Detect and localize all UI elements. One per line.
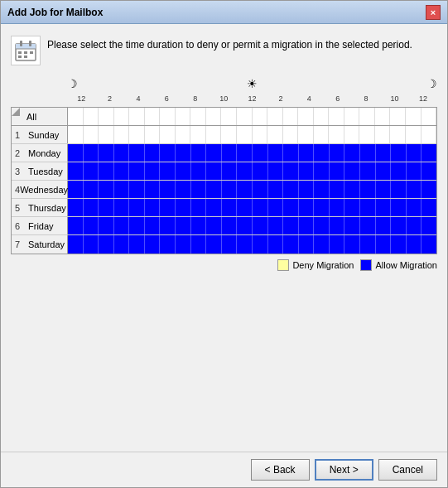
schedule-cell[interactable] — [237, 181, 253, 198]
schedule-cell[interactable] — [407, 162, 422, 180]
schedule-cell[interactable] — [129, 144, 145, 162]
all-cell[interactable] — [190, 108, 206, 125]
schedule-cell[interactable] — [376, 144, 392, 162]
schedule-cell[interactable] — [129, 235, 145, 254]
schedule-cell[interactable] — [283, 126, 299, 143]
schedule-cell[interactable] — [299, 235, 315, 254]
next-button[interactable]: Next > — [315, 459, 373, 481]
all-cell[interactable] — [68, 108, 84, 125]
schedule-cell[interactable] — [145, 235, 161, 254]
schedule-cell[interactable] — [376, 181, 392, 198]
schedule-cell[interactable] — [84, 126, 99, 143]
schedule-cell[interactable] — [114, 235, 130, 254]
schedule-cell[interactable] — [68, 199, 84, 216]
all-cell[interactable] — [359, 108, 375, 125]
schedule-cell[interactable] — [268, 144, 284, 162]
schedule-cell[interactable] — [391, 235, 407, 254]
all-cell[interactable] — [129, 108, 145, 125]
day-row[interactable]: 5Thursday — [12, 199, 436, 217]
schedule-cell[interactable] — [206, 181, 222, 198]
select-all-triangle[interactable] — [12, 108, 20, 116]
schedule-cell[interactable] — [407, 235, 422, 254]
day-row[interactable]: 6Friday — [12, 217, 436, 235]
schedule-cell[interactable] — [407, 144, 422, 162]
schedule-cell[interactable] — [299, 144, 315, 162]
schedule-cell[interactable] — [283, 217, 299, 234]
schedule-cell[interactable] — [298, 126, 314, 143]
schedule-cell[interactable] — [314, 144, 330, 162]
schedule-cell[interactable] — [176, 217, 191, 234]
schedule-cell[interactable] — [253, 235, 268, 254]
schedule-cell[interactable] — [407, 199, 422, 216]
schedule-cell[interactable] — [145, 217, 161, 234]
all-cell[interactable] — [206, 108, 222, 125]
schedule-cell[interactable] — [314, 235, 330, 254]
schedule-cell[interactable] — [222, 199, 238, 216]
schedule-cell[interactable] — [68, 235, 84, 254]
cells-row[interactable] — [68, 199, 436, 216]
all-cell[interactable] — [344, 108, 360, 125]
schedule-cell[interactable] — [176, 181, 191, 198]
schedule-cell[interactable] — [422, 217, 436, 234]
schedule-cell[interactable] — [253, 144, 268, 162]
schedule-cell[interactable] — [422, 162, 436, 180]
schedule-cell[interactable] — [191, 235, 207, 254]
schedule-cell[interactable] — [360, 199, 376, 216]
schedule-cell[interactable] — [68, 144, 84, 162]
schedule-cell[interactable] — [237, 126, 253, 143]
schedule-cell[interactable] — [359, 126, 375, 143]
schedule-cell[interactable] — [129, 181, 145, 198]
schedule-cell[interactable] — [267, 126, 283, 143]
schedule-cell[interactable] — [391, 181, 407, 198]
all-cell[interactable] — [390, 108, 406, 125]
schedule-cell[interactable] — [191, 199, 207, 216]
schedule-cell[interactable] — [376, 217, 392, 234]
schedule-cell[interactable] — [283, 199, 299, 216]
cancel-button[interactable]: Cancel — [378, 459, 437, 481]
back-button[interactable]: < Back — [251, 459, 310, 481]
all-cell[interactable] — [267, 108, 283, 125]
schedule-cell[interactable] — [268, 162, 284, 180]
schedule-cell[interactable] — [391, 162, 407, 180]
all-cell[interactable] — [99, 108, 114, 125]
all-cell[interactable] — [221, 108, 237, 125]
schedule-grid[interactable]: All 1Sunday2Monday3Tuesday4Wednesday5Thu… — [11, 107, 437, 254]
schedule-cell[interactable] — [344, 144, 360, 162]
schedule-cell[interactable] — [160, 126, 176, 143]
schedule-cell[interactable] — [191, 162, 207, 180]
schedule-cell[interactable] — [160, 144, 176, 162]
schedule-cell[interactable] — [206, 144, 222, 162]
day-row[interactable]: 1Sunday — [12, 126, 436, 144]
schedule-cell[interactable] — [237, 235, 253, 254]
schedule-cell[interactable] — [376, 162, 392, 180]
schedule-cell[interactable] — [268, 199, 284, 216]
schedule-cell[interactable] — [344, 162, 360, 180]
schedule-cell[interactable] — [206, 217, 222, 234]
schedule-cell[interactable] — [191, 217, 207, 234]
all-cell[interactable] — [283, 108, 299, 125]
schedule-cell[interactable] — [422, 144, 436, 162]
schedule-cell[interactable] — [375, 126, 391, 143]
schedule-cell[interactable] — [299, 181, 315, 198]
all-cell[interactable] — [253, 108, 268, 125]
all-cell[interactable] — [406, 108, 422, 125]
schedule-cell[interactable] — [222, 217, 238, 234]
schedule-cell[interactable] — [330, 162, 345, 180]
all-cell[interactable] — [422, 108, 437, 125]
schedule-cell[interactable] — [299, 199, 315, 216]
schedule-cell[interactable] — [344, 126, 360, 143]
schedule-cell[interactable] — [376, 235, 392, 254]
schedule-cell[interactable] — [253, 199, 268, 216]
all-cell[interactable] — [176, 108, 191, 125]
schedule-cell[interactable] — [422, 181, 436, 198]
schedule-cell[interactable] — [253, 162, 268, 180]
schedule-cell[interactable] — [145, 162, 161, 180]
schedule-cell[interactable] — [84, 181, 99, 198]
schedule-cell[interactable] — [114, 217, 130, 234]
schedule-cell[interactable] — [330, 217, 345, 234]
schedule-cell[interactable] — [68, 181, 84, 198]
schedule-cell[interactable] — [376, 199, 392, 216]
all-cell[interactable] — [84, 108, 99, 125]
schedule-cell[interactable] — [129, 162, 145, 180]
schedule-cell[interactable] — [145, 181, 161, 198]
